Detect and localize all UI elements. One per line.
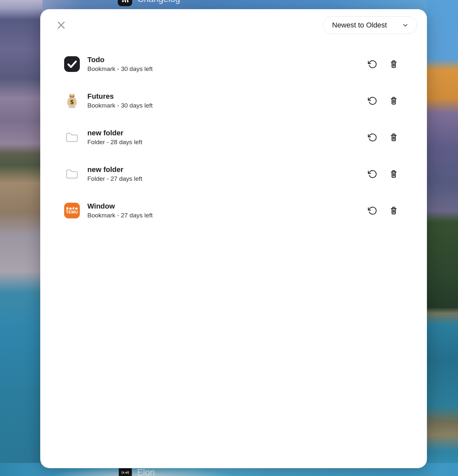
chevron-down-icon — [401, 21, 410, 29]
item-meta: Bookmark - 27 days left — [87, 212, 153, 219]
temu-icon: TEMU — [64, 203, 80, 218]
trash-icon — [389, 206, 399, 216]
sort-order-dropdown[interactable]: Newest to Oldest — [323, 16, 417, 34]
rss-icon — [118, 0, 132, 6]
restore-button[interactable] — [366, 204, 379, 217]
restore-button[interactable] — [366, 94, 379, 107]
item-title: Todo — [87, 56, 153, 64]
restore-icon — [368, 60, 377, 69]
delete-forever-button[interactable] — [387, 94, 400, 107]
folder-icon — [64, 129, 80, 145]
deleted-item-row: TEMU Window Bookmark - 27 days left — [40, 192, 427, 229]
close-icon — [56, 20, 67, 31]
restore-button[interactable] — [366, 131, 379, 144]
item-meta: Bookmark - 30 days left — [87, 102, 153, 109]
desktop-bookmark-changelog[interactable]: Changelog — [118, 0, 180, 7]
item-title: Futures — [87, 92, 153, 100]
close-button[interactable] — [54, 18, 68, 32]
restore-icon — [368, 96, 377, 106]
desktop-bookmark-label: Elon — [137, 468, 155, 476]
item-meta: Bookmark - 30 days left — [87, 65, 153, 73]
item-meta: Folder - 28 days left — [87, 139, 142, 146]
todo-checkmark-icon — [64, 56, 80, 72]
folder-icon — [64, 166, 80, 182]
restore-button[interactable] — [366, 58, 379, 71]
item-title: new folder — [87, 165, 142, 174]
temu-logo-glyphs — [66, 207, 78, 210]
deleted-item-row: $ Futures Bookmark - 30 days left — [40, 82, 427, 119]
temu-wordmark: TEMU — [66, 210, 78, 214]
money-bag-icon: $ — [64, 93, 80, 109]
item-title: Window — [87, 202, 153, 210]
desktop-bookmark-label: Changelog — [137, 0, 180, 4]
deleted-items-list: Todo Bookmark - 30 days left — [40, 46, 427, 229]
svg-text:$: $ — [70, 98, 74, 105]
deleted-item-row: Todo Bookmark - 30 days left — [40, 46, 427, 82]
deleted-item-row: new folder Folder - 28 days left — [40, 119, 427, 156]
restore-button[interactable] — [366, 167, 379, 180]
sort-order-selected: Newest to Oldest — [332, 21, 387, 29]
trash-modal: Newest to Oldest Todo Bookmark - 30 days… — [40, 9, 427, 468]
wallpaper-left-mountains — [0, 0, 43, 476]
item-meta: Folder - 27 days left — [87, 175, 142, 182]
trash-icon — [389, 132, 399, 143]
wallpaper-right-mountains — [427, 0, 458, 476]
restore-icon — [368, 133, 377, 142]
trash-icon — [389, 169, 399, 179]
delete-forever-button[interactable] — [387, 131, 400, 144]
delete-forever-button[interactable] — [387, 58, 400, 71]
restore-icon — [368, 169, 377, 179]
item-title: new folder — [87, 129, 142, 137]
delete-forever-button[interactable] — [387, 204, 400, 217]
deleted-item-row: new folder Folder - 27 days left — [40, 156, 427, 192]
trash-icon — [389, 59, 399, 69]
delete-forever-button[interactable] — [387, 167, 400, 180]
trash-icon — [389, 96, 399, 106]
restore-icon — [368, 206, 377, 215]
